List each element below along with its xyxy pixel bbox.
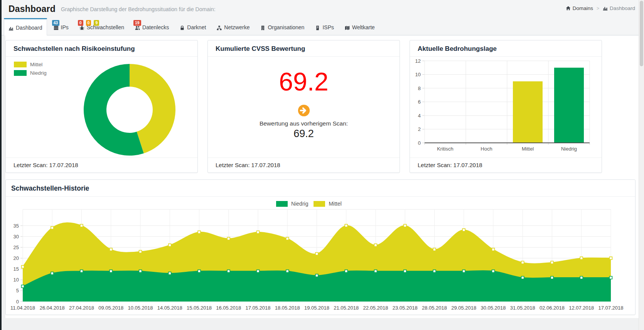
data-point-marker[interactable] <box>22 265 24 268</box>
cvss-score: 69.2 <box>279 69 328 94</box>
tab-schwachstellen[interactable]: 009Schwachstellen <box>75 18 128 35</box>
data-point-marker[interactable] <box>610 276 612 279</box>
tab-label: IPs <box>61 24 69 30</box>
card-title-threat: Aktuelle Bedrohungslage <box>418 45 594 53</box>
data-point-marker[interactable] <box>169 244 171 246</box>
tab-organisationen[interactable]: Organisationen <box>256 18 309 35</box>
svg-text:25: 25 <box>13 245 19 250</box>
data-point-marker[interactable] <box>257 231 260 233</box>
data-point-marker[interactable] <box>110 270 112 273</box>
tab-darknet[interactable]: Darknet <box>175 18 210 35</box>
svg-text:18.05.2018: 18.05.2018 <box>275 305 300 311</box>
tab-badges: 009 <box>78 20 99 26</box>
data-point-marker[interactable] <box>433 270 436 273</box>
legend-item[interactable]: Niedrig <box>14 70 47 76</box>
svg-text:12: 12 <box>415 58 421 64</box>
svg-text:11.04.2018: 11.04.2018 <box>10 305 35 311</box>
svg-text:5: 5 <box>16 288 19 293</box>
history-legend: NiedrigMittel <box>6 201 612 207</box>
svg-text:27.04.2018: 27.04.2018 <box>69 305 94 311</box>
tab-label: ISPs <box>322 24 334 30</box>
data-point-marker[interactable] <box>227 270 230 273</box>
data-point-marker[interactable] <box>404 224 406 227</box>
scrollbar-thumb[interactable] <box>640 1 643 66</box>
card-header: Kumulierte CVSS Bewertung <box>208 40 400 57</box>
legend-item[interactable]: Mittel <box>314 201 341 207</box>
data-point-marker[interactable] <box>492 248 495 251</box>
data-point-marker[interactable] <box>374 270 377 273</box>
legend-item[interactable]: Mittel <box>14 62 47 67</box>
legend-item[interactable]: Niedrig <box>276 201 308 207</box>
data-point-marker[interactable] <box>80 270 83 273</box>
data-point-marker[interactable] <box>462 270 465 273</box>
bar-niedrig[interactable] <box>554 68 584 143</box>
data-point-marker[interactable] <box>492 270 495 273</box>
data-point-marker[interactable] <box>521 261 524 264</box>
data-point-marker[interactable] <box>286 270 289 273</box>
data-point-marker[interactable] <box>374 244 377 246</box>
data-point-marker[interactable] <box>198 231 201 233</box>
data-point-marker[interactable] <box>139 270 142 273</box>
data-point-marker[interactable] <box>227 237 230 240</box>
data-point-marker[interactable] <box>345 224 347 227</box>
tab-dashboard[interactable]: Dashboard <box>4 18 47 35</box>
app-window: Dashboard Graphische Darstellung der Bed… <box>0 0 644 330</box>
legend-label: Niedrig <box>30 70 47 76</box>
legend-label: Mittel <box>30 62 42 67</box>
card-cvss: Kumulierte CVSS Bewertung 69.2 Bewertung… <box>207 40 400 173</box>
breadcrumb-separator: > <box>597 6 599 11</box>
bar-mittel[interactable] <box>513 81 543 143</box>
data-point-marker[interactable] <box>51 226 54 229</box>
data-point-marker[interactable] <box>433 248 436 251</box>
users-icon <box>135 25 140 30</box>
svg-text:16.05.2018: 16.05.2018 <box>216 305 241 311</box>
data-point-marker[interactable] <box>551 261 553 264</box>
tab-label: Organisationen <box>268 24 304 30</box>
data-point-marker[interactable] <box>198 270 201 273</box>
page-title: Dashboard <box>8 4 56 14</box>
data-point-marker[interactable] <box>51 272 54 275</box>
svg-text:2: 2 <box>418 126 421 132</box>
data-point-marker[interactable] <box>580 257 583 260</box>
data-point-marker[interactable] <box>22 285 24 288</box>
card-title-risk: Schwachstellen nach Risikoeinstufung <box>13 45 190 53</box>
content-header: Dashboard Graphische Darstellung der Bed… <box>2 0 639 18</box>
tab-badges: 43 <box>52 20 60 26</box>
data-point-marker[interactable] <box>315 274 318 277</box>
data-point-marker[interactable] <box>345 270 347 273</box>
data-point-marker[interactable] <box>257 270 260 273</box>
data-point-marker[interactable] <box>521 276 524 279</box>
card-risk-donut: Schwachstellen nach Risikoeinstufung Mit… <box>5 40 198 173</box>
data-point-marker[interactable] <box>110 248 112 251</box>
data-point-marker[interactable] <box>580 276 583 279</box>
svg-text:15.05.2018: 15.05.2018 <box>187 305 212 311</box>
data-point-marker[interactable] <box>315 253 318 255</box>
bar-chart-body: 024681012KritischHochMittelNiedrig <box>410 57 602 157</box>
tab-netzwerke[interactable]: Netzwerke <box>212 18 254 35</box>
tab-weltkarte[interactable]: Weltkarte <box>341 18 379 35</box>
data-point-marker[interactable] <box>80 224 83 227</box>
scrollbar[interactable] <box>639 0 644 330</box>
collapsed-sidebar <box>0 0 2 330</box>
sitemap-icon <box>217 25 222 30</box>
tab-badge: 0 <box>78 20 83 26</box>
breadcrumb-domains[interactable]: Domains <box>566 5 593 11</box>
data-point-marker[interactable] <box>139 250 142 253</box>
data-point-marker[interactable] <box>169 272 171 275</box>
data-point-marker[interactable] <box>610 257 612 260</box>
svg-text:19.05.2018: 19.05.2018 <box>304 305 329 311</box>
card-threat-bars: Aktuelle Bedrohungslage 024681012Kritisc… <box>410 40 602 173</box>
data-point-marker[interactable] <box>286 237 289 240</box>
tab-label: Datenlecks <box>142 24 169 30</box>
svg-text:02.06.2018: 02.06.2018 <box>539 305 565 311</box>
svg-text:15: 15 <box>13 266 19 272</box>
data-point-marker[interactable] <box>551 276 553 279</box>
tab-isps[interactable]: ISPs <box>311 18 338 35</box>
data-point-marker[interactable] <box>404 270 406 273</box>
tab-datenlecks[interactable]: 19Datenlecks <box>131 18 173 35</box>
legend-label: Niedrig <box>291 201 308 207</box>
tab-ips[interactable]: 43IPs <box>49 18 73 35</box>
server-icon <box>54 25 59 30</box>
breadcrumb: Domains > Dashboard <box>566 5 635 11</box>
data-point-marker[interactable] <box>462 229 465 231</box>
